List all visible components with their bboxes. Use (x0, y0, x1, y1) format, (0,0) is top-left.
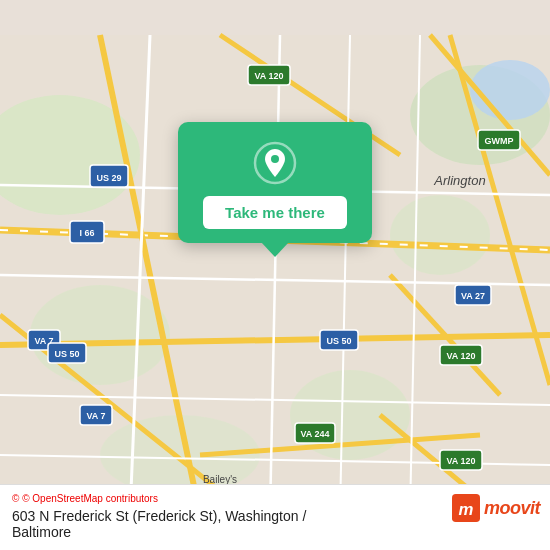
svg-text:VA 120: VA 120 (254, 71, 283, 81)
map-container: US 29 I 66 VA 120 VA 7 US 50 US 50 VA 27… (0, 0, 550, 550)
svg-text:VA 7: VA 7 (86, 411, 105, 421)
take-me-there-button[interactable]: Take me there (203, 196, 347, 229)
address-text-1: 603 N Frederick St (Frederick St), Washi… (12, 508, 306, 524)
svg-point-55 (271, 155, 279, 163)
svg-text:US 50: US 50 (54, 349, 79, 359)
moovit-text: moovit (484, 498, 540, 519)
svg-text:GWMP: GWMP (485, 136, 514, 146)
moovit-logo: m moovit (452, 494, 540, 522)
address-text-2: Baltimore (12, 524, 71, 540)
svg-text:VA 120: VA 120 (446, 456, 475, 466)
svg-point-7 (470, 60, 550, 120)
moovit-icon: m (452, 494, 480, 522)
svg-text:VA 244: VA 244 (300, 429, 329, 439)
svg-text:VA 120: VA 120 (446, 351, 475, 361)
location-pin-icon (252, 140, 298, 186)
svg-text:US 29: US 29 (96, 173, 121, 183)
svg-text:m: m (459, 500, 474, 519)
copyright-symbol: © (12, 493, 19, 504)
svg-point-3 (390, 195, 490, 275)
svg-text:Arlington: Arlington (433, 173, 485, 188)
svg-text:VA 27: VA 27 (461, 291, 485, 301)
osm-text: © OpenStreetMap contributors (22, 493, 158, 504)
popup-card: Take me there (178, 122, 372, 243)
svg-text:I 66: I 66 (79, 228, 94, 238)
svg-text:US 50: US 50 (326, 336, 351, 346)
